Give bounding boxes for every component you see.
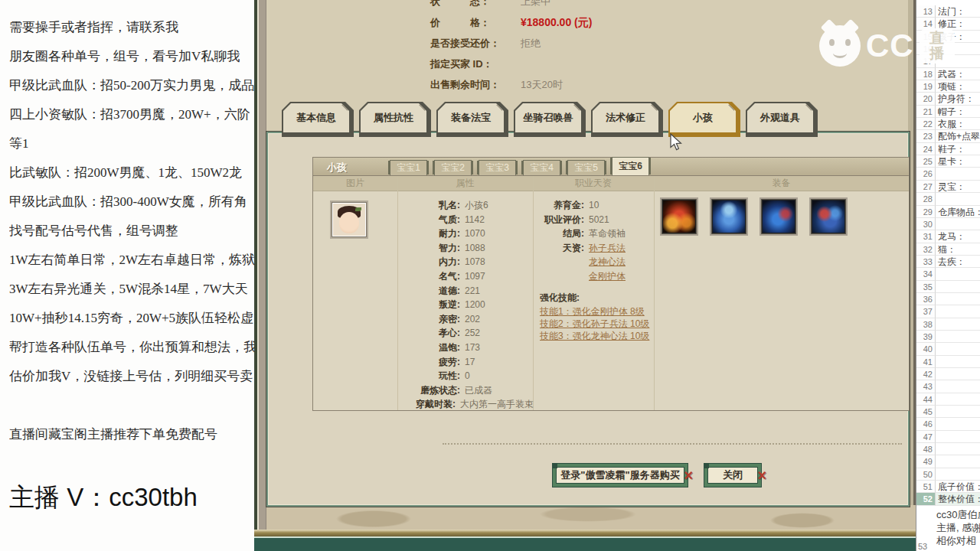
sheet-cell[interactable] — [936, 281, 980, 293]
sheet-row[interactable]: 46 — [916, 418, 980, 430]
sheet-row-number[interactable]: 22 — [916, 118, 936, 130]
baby-tab[interactable]: 宝宝1 — [390, 160, 427, 175]
detail-tab[interactable]: 装备法宝 — [436, 102, 508, 137]
sheet-row[interactable]: 43 — [916, 380, 980, 393]
sheet-row[interactable]: 48 — [916, 443, 980, 455]
sheet-row[interactable]: 31 龙马： — [916, 230, 980, 243]
sheet-row[interactable]: 44 — [916, 393, 980, 406]
sheet-row-number[interactable]: 36 — [916, 293, 936, 305]
sheet-cell[interactable] — [936, 331, 980, 343]
sheet-row-number[interactable]: 33 — [916, 256, 936, 268]
talent-link[interactable]: 孙子兵法 — [589, 241, 626, 256]
sheet-cell[interactable]: 项链： — [936, 80, 980, 93]
sheet-row-number[interactable]: 20 — [916, 93, 936, 105]
sheet-row-number[interactable]: 32 — [916, 243, 936, 256]
detail-tab[interactable]: 法术修正 — [591, 102, 663, 137]
sheet-row-number[interactable]: 27 — [916, 181, 936, 193]
sheet-row-number[interactable]: 47 — [916, 431, 936, 443]
sheet-row[interactable]: 13 法门： — [916, 5, 980, 18]
sheet-row[interactable]: 32 猫： — [916, 243, 980, 256]
skill-link[interactable]: 技能1：强化金刚护体 8级 — [537, 305, 690, 318]
equipment-item-icon[interactable] — [711, 199, 746, 234]
sheet-row-number[interactable]: 31 — [916, 230, 936, 243]
sheet-row-number[interactable]: 18 — [916, 68, 936, 80]
sheet-row-number[interactable]: 51 — [916, 481, 936, 493]
sheet-cell[interactable] — [936, 305, 980, 318]
sheet-row[interactable]: 42 — [916, 368, 980, 380]
sheet-cell[interactable]: 底子价值： — [936, 481, 980, 493]
sheet-row-number[interactable]: 24 — [916, 143, 936, 155]
sheet-cell[interactable]: 护身符： — [936, 93, 980, 105]
sheet-cell[interactable]: 龙马： — [936, 230, 980, 243]
sheet-row[interactable]: 45 — [916, 406, 980, 418]
detail-tab[interactable]: 外观道具 — [746, 102, 818, 137]
sheet-row[interactable]: 23 配饰+点翠 — [916, 130, 980, 142]
talent-link[interactable]: 龙神心法 — [589, 255, 626, 269]
sheet-row-number[interactable]: 23 — [916, 130, 936, 142]
skill-link[interactable]: 技能3：强化龙神心法 10级 — [537, 330, 690, 342]
talent-link[interactable]: 金刚护体 — [589, 269, 626, 284]
sheet-row-number[interactable]: 30 — [916, 218, 936, 230]
sheet-cell[interactable]: 灵宝： — [936, 181, 980, 193]
sheet-row[interactable]: 33 去疾： — [916, 256, 980, 268]
sheet-row-number[interactable]: 38 — [916, 318, 936, 331]
sheet-cell[interactable] — [936, 406, 980, 418]
sheet-cell[interactable]: 法门： — [936, 5, 980, 18]
sheet-row[interactable]: 18 武器： — [916, 68, 980, 80]
baby-tab[interactable]: 宝宝4 — [523, 160, 560, 175]
sheet-cell[interactable] — [936, 168, 980, 180]
sheet-row-number[interactable]: 48 — [916, 443, 936, 455]
sheet-cell[interactable] — [936, 468, 980, 481]
baby-tab[interactable]: 宝宝5 — [567, 160, 605, 175]
sheet-row[interactable]: 39 — [916, 331, 980, 343]
sheet-row-number[interactable]: 40 — [916, 343, 936, 355]
baby-tab[interactable]: 宝宝2 — [434, 160, 472, 175]
sheet-row[interactable]: 26 — [916, 168, 980, 180]
sheet-row[interactable]: 27 灵宝： — [916, 181, 980, 193]
sheet-cell[interactable]: 猫： — [936, 243, 980, 256]
sheet-cell[interactable]: 星卡： — [936, 155, 980, 168]
sheet-cell[interactable] — [936, 368, 980, 380]
sheet-row[interactable]: 22 衣服： — [916, 118, 980, 130]
equipment-item-icon[interactable] — [811, 199, 846, 234]
sheet-row[interactable]: 51 底子价值： — [916, 481, 980, 493]
sheet-row[interactable]: 50 — [916, 468, 980, 481]
sheet-cell[interactable] — [936, 431, 980, 443]
sheet-cell[interactable] — [936, 380, 980, 393]
skill-link[interactable]: 技能2：强化孙子兵法 10级 — [537, 318, 690, 330]
sheet-cell[interactable]: 帽子： — [936, 106, 980, 118]
sheet-cell[interactable] — [936, 343, 980, 355]
sheet-cell[interactable]: 整体价值： — [936, 493, 980, 505]
equipment-item-icon[interactable] — [761, 199, 796, 234]
sheet-row[interactable]: 35 — [916, 281, 980, 293]
sheet-row[interactable]: 36 — [916, 293, 980, 305]
sheet-row-number[interactable]: 28 — [916, 193, 936, 205]
detail-tab[interactable]: 属性抗性 — [359, 102, 431, 137]
sheet-row-number[interactable]: 42 — [916, 368, 936, 380]
sheet-cell[interactable] — [936, 193, 980, 205]
sheet-row-number[interactable]: 35 — [916, 281, 936, 293]
sheet-cell[interactable] — [936, 443, 980, 455]
sheet-row-number[interactable]: 25 — [916, 155, 936, 168]
sheet-cell[interactable] — [936, 393, 980, 406]
sheet-row-number[interactable]: 37 — [916, 305, 936, 318]
sheet-row-number[interactable]: 21 — [916, 106, 936, 118]
sheet-cell[interactable]: 衣服： — [936, 118, 980, 130]
detail-tab[interactable]: 基本信息 — [282, 102, 354, 137]
sheet-cell[interactable] — [936, 356, 980, 368]
sheet-row[interactable]: 29 仓库物品： — [916, 206, 980, 218]
sheet-cell[interactable]: 武器： — [936, 68, 980, 80]
sheet-row-number[interactable]: 52 — [916, 493, 936, 505]
sheet-row[interactable]: 49 — [916, 455, 980, 468]
sheet-cell[interactable] — [936, 218, 980, 230]
detail-tab[interactable]: 坐骑召唤兽 — [514, 102, 586, 137]
sheet-row-number[interactable]: 43 — [916, 380, 936, 393]
sheet-row[interactable]: 47 — [916, 431, 980, 443]
close-button[interactable]: 关闭 — [704, 464, 761, 487]
sheet-row-number[interactable]: 41 — [916, 356, 936, 368]
sheet-row-number[interactable]: 26 — [916, 168, 936, 180]
sheet-row-number[interactable]: 29 — [916, 206, 936, 218]
sheet-row-number[interactable]: 13 — [916, 5, 936, 18]
sheet-cell[interactable] — [936, 293, 980, 305]
sheet-cell[interactable] — [936, 318, 980, 331]
